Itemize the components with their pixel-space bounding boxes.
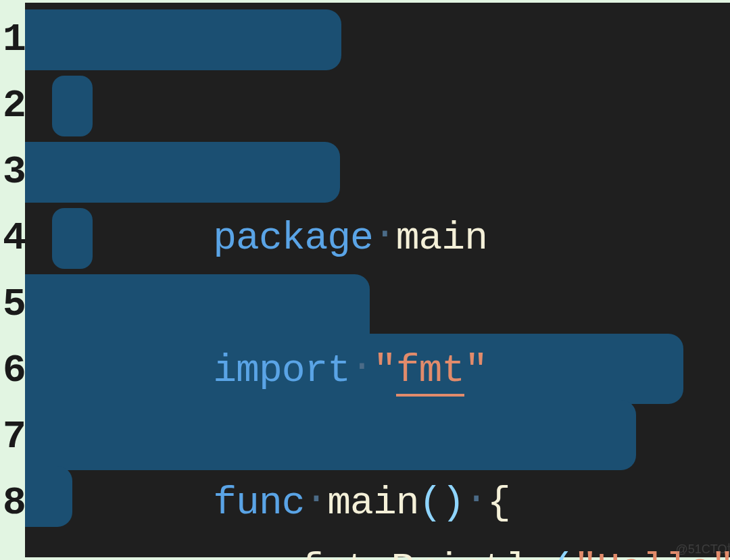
line-number: 5 (3, 272, 25, 338)
code-line[interactable]: package·main (25, 7, 730, 73)
paren-open: ( (551, 547, 574, 560)
whitespace-tab-arrow-icon: → (213, 551, 231, 560)
line-number: 4 (3, 205, 25, 272)
line-number: 1 (3, 7, 25, 73)
identifier-main: main (327, 481, 418, 525)
keyword-import: import (213, 349, 350, 392)
string-fmt: fmt (396, 349, 464, 397)
line-number: 8 (3, 470, 25, 536)
paren-pair: () (419, 481, 465, 525)
line-number: 6 (3, 338, 25, 404)
code-text-area[interactable]: package·main import·"fmt" func·main()·{ (25, 3, 730, 557)
code-editor: 1 2 3 4 5 6 7 8 package·main import·"fmt… (0, 0, 730, 560)
whitespace-dot-icon: · (373, 212, 396, 256)
brace-open: { (487, 481, 510, 525)
keyword-func: func (213, 481, 304, 525)
string-close-quote: " (464, 349, 487, 392)
line-number-gutter: 1 2 3 4 5 6 7 8 (3, 3, 25, 557)
identifier-fmt: fmt (299, 547, 368, 560)
code-line[interactable] (25, 73, 730, 139)
identifier-println: Println (391, 547, 552, 560)
whitespace-dot-icon: · (464, 477, 487, 521)
line-number: 7 (3, 404, 25, 470)
keyword-package: package (213, 216, 373, 260)
string-open-quote: " (373, 349, 396, 392)
code-line[interactable]: import·"fmt" (25, 139, 730, 205)
line-number: 3 (3, 139, 25, 205)
whitespace-dot-icon: · (350, 345, 373, 388)
watermark-text: @51CTO博客 (675, 541, 730, 557)
dot-operator: . (368, 547, 391, 560)
whitespace-dot-icon: · (305, 477, 328, 521)
identifier-main: main (396, 216, 487, 260)
line-number: 2 (3, 73, 25, 139)
